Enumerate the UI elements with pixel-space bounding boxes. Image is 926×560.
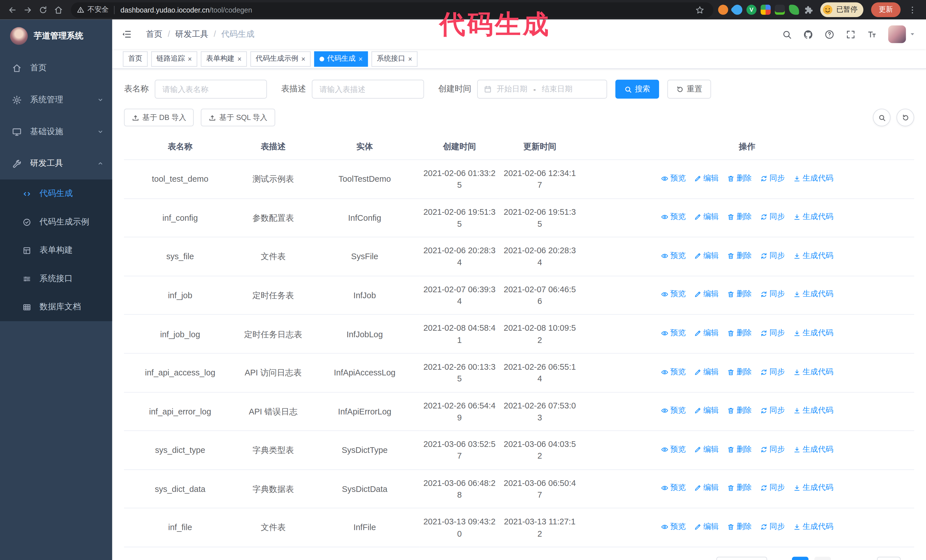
table-desc-input[interactable] [312, 80, 424, 98]
app-logo[interactable]: 芋道管理系统 [0, 20, 112, 52]
sidebar-item-codegen-example[interactable]: 代码生成示例 [0, 208, 112, 236]
sidebar-item-home[interactable]: 首页 [0, 52, 112, 84]
sidebar-item-codegen[interactable]: 代码生成 [0, 180, 112, 208]
generate-code-link[interactable]: 生成代码 [793, 289, 834, 300]
generate-code-link[interactable]: 生成代码 [793, 444, 834, 455]
extension-icon[interactable] [718, 5, 728, 15]
generate-code-link[interactable]: 生成代码 [793, 521, 834, 532]
extension-icon[interactable] [789, 5, 799, 15]
edit-link[interactable]: 编辑 [694, 251, 719, 261]
sidebar-fold-icon[interactable] [121, 29, 132, 39]
delete-link[interactable]: 删除 [727, 366, 752, 377]
import-sql-button[interactable]: 基于 SQL 导入 [201, 109, 275, 126]
delete-link[interactable]: 删除 [727, 173, 752, 184]
edit-link[interactable]: 编辑 [694, 211, 719, 223]
preview-link[interactable]: 预览 [661, 521, 685, 532]
tab-close-icon[interactable]: × [359, 55, 363, 62]
prev-page-button[interactable] [773, 557, 786, 560]
delete-link[interactable]: 删除 [727, 444, 752, 455]
reload-button[interactable] [35, 2, 51, 17]
sync-link[interactable]: 同步 [760, 444, 785, 455]
edit-link[interactable]: 编辑 [694, 444, 719, 455]
edit-link[interactable]: 编辑 [694, 521, 719, 532]
sync-link[interactable]: 同步 [760, 328, 785, 339]
import-db-button[interactable]: 基于 DB 导入 [124, 109, 194, 126]
tab-close-icon[interactable]: × [408, 55, 412, 62]
extension-icon[interactable] [746, 5, 757, 15]
sidebar-item-system-management[interactable]: 系统管理 [0, 84, 112, 116]
sync-link[interactable]: 同步 [760, 521, 785, 532]
bookmark-star-icon[interactable] [692, 2, 707, 17]
preview-link[interactable]: 预览 [661, 173, 685, 184]
preview-link[interactable]: 预览 [661, 251, 685, 261]
profile-chip[interactable]: 已暂停 [820, 2, 863, 17]
extensions-puzzle-icon[interactable] [803, 5, 813, 15]
create-time-range-picker[interactable]: 开始日期 - 结束日期 [477, 80, 607, 98]
generate-code-link[interactable]: 生成代码 [793, 211, 834, 223]
delete-link[interactable]: 删除 [727, 521, 752, 532]
tab-item[interactable]: 代码生成示例× [250, 51, 310, 66]
generate-code-link[interactable]: 生成代码 [793, 173, 834, 184]
extension-icon[interactable] [761, 5, 771, 15]
home-button[interactable] [51, 2, 66, 17]
github-icon[interactable] [803, 29, 813, 39]
preview-link[interactable]: 预览 [661, 405, 685, 416]
edit-link[interactable]: 编辑 [694, 366, 719, 377]
delete-link[interactable]: 删除 [727, 289, 752, 300]
tab-close-icon[interactable]: × [301, 55, 306, 62]
browser-update-button[interactable]: 更新 [871, 2, 901, 17]
edit-link[interactable]: 编辑 [694, 405, 719, 416]
preview-link[interactable]: 预览 [661, 289, 685, 300]
edit-link[interactable]: 编辑 [694, 483, 719, 494]
delete-link[interactable]: 删除 [727, 211, 752, 223]
generate-code-link[interactable]: 生成代码 [793, 328, 834, 339]
address-bar[interactable]: 不安全 dashboard.yudao.iocoder.cn/tool/code… [71, 2, 713, 17]
delete-link[interactable]: 删除 [727, 483, 752, 494]
generate-code-link[interactable]: 生成代码 [793, 483, 834, 494]
fullscreen-icon[interactable] [846, 29, 856, 39]
next-page-button[interactable] [837, 557, 850, 560]
extension-icon[interactable] [775, 5, 785, 15]
tab-item[interactable]: 链路追踪× [151, 51, 197, 66]
sidebar-item-form-builder[interactable]: 表单构建 [0, 236, 112, 264]
preview-link[interactable]: 预览 [661, 444, 685, 455]
goto-page-input[interactable] [877, 557, 901, 560]
page-button[interactable]: 2 [814, 557, 831, 560]
search-icon[interactable] [782, 29, 792, 39]
sidebar-item-dev-tools[interactable]: 研发工具 [0, 148, 112, 180]
breadcrumb-item[interactable]: 研发工具 [175, 29, 208, 38]
search-button[interactable]: 搜索 [616, 80, 659, 98]
tab-item[interactable]: 系统接口× [372, 51, 418, 66]
sync-link[interactable]: 同步 [760, 251, 785, 261]
forward-button[interactable] [20, 2, 35, 17]
sync-link[interactable]: 同步 [760, 289, 785, 300]
back-button[interactable] [5, 2, 20, 17]
tab-item[interactable]: 表单构建× [201, 51, 247, 66]
sync-link[interactable]: 同步 [760, 173, 785, 184]
edit-link[interactable]: 编辑 [694, 328, 719, 339]
page-size-select[interactable]: 10条/页 [716, 557, 767, 560]
edit-link[interactable]: 编辑 [694, 289, 719, 300]
delete-link[interactable]: 删除 [727, 251, 752, 261]
page-button[interactable]: 1 [792, 557, 808, 560]
preview-link[interactable]: 预览 [661, 211, 685, 223]
delete-link[interactable]: 删除 [727, 328, 752, 339]
preview-link[interactable]: 预览 [661, 483, 685, 494]
user-menu[interactable] [888, 25, 915, 43]
generate-code-link[interactable]: 生成代码 [793, 251, 834, 261]
edit-link[interactable]: 编辑 [694, 173, 719, 184]
sidebar-item-db-docs[interactable]: 数据库文档 [0, 293, 112, 321]
generate-code-link[interactable]: 生成代码 [793, 405, 834, 416]
sync-link[interactable]: 同步 [760, 366, 785, 377]
table-name-input[interactable] [155, 80, 267, 98]
tab-item[interactable]: 首页 [123, 51, 148, 66]
extension-icon[interactable] [730, 3, 744, 17]
refresh-table-button[interactable] [896, 109, 914, 126]
breadcrumb-item[interactable]: 首页 [146, 29, 162, 38]
sync-link[interactable]: 同步 [760, 405, 785, 416]
sidebar-item-infrastructure[interactable]: 基础设施 [0, 116, 112, 148]
tab-close-icon[interactable]: × [188, 55, 192, 62]
browser-menu-icon[interactable] [905, 2, 920, 17]
help-icon[interactable] [824, 29, 834, 39]
preview-link[interactable]: 预览 [661, 366, 685, 377]
